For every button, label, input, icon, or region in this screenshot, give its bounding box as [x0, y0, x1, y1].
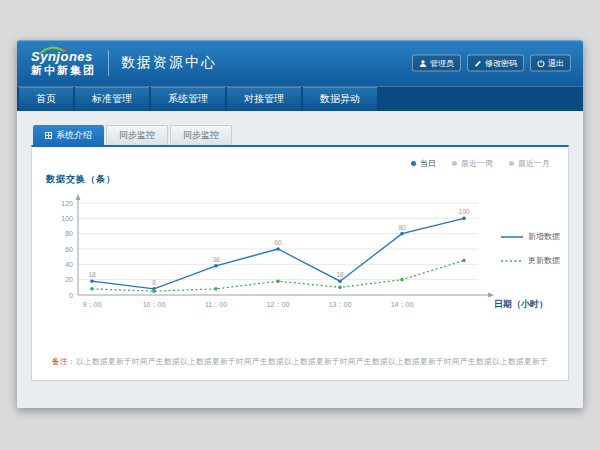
svg-text:80: 80 — [65, 230, 73, 237]
footnote: 备注：以上数据更新于时间产生数据以上数据更新于时间产生数据以上数据更新于时间产生… — [32, 357, 568, 367]
svg-text:10：00: 10：00 — [143, 301, 166, 308]
filter-label: 最近一月 — [518, 158, 550, 169]
header-divider — [108, 50, 109, 76]
line-chart: 0204060801001209：0010：0011：0012：0013：001… — [38, 191, 508, 331]
line-sample-icon — [501, 258, 523, 264]
svg-text:18: 18 — [88, 271, 96, 278]
nav-item-system-mgmt[interactable]: 系统管理 — [151, 87, 225, 111]
page-title: 数据资源中心 — [121, 54, 217, 72]
main-nav: 首页 标准管理 系统管理 对接管理 数据异动 — [17, 86, 583, 111]
edit-password-icon — [474, 59, 482, 67]
nav-item-home[interactable]: 首页 — [19, 87, 73, 111]
svg-text:9：00: 9：00 — [83, 301, 102, 308]
admin-user-button[interactable]: 管理员 — [412, 55, 461, 72]
svg-text:100: 100 — [61, 215, 73, 222]
chart-panel: 当日 最近一周 最近一月 数据交换（条） 0204060801001209：00… — [31, 145, 569, 381]
tab-bar: 系统介绍 同步监控 同步监控 — [33, 125, 569, 145]
grid-icon — [45, 132, 52, 139]
user-icon — [419, 59, 427, 67]
svg-text:20: 20 — [65, 276, 73, 283]
svg-text:13：00: 13：00 — [329, 301, 352, 308]
filter-last-month[interactable]: 最近一月 — [509, 158, 550, 169]
legend-dot — [411, 161, 416, 166]
tab-system-intro[interactable]: 系统介绍 — [33, 125, 104, 145]
svg-text:60: 60 — [274, 239, 282, 246]
svg-text:60: 60 — [65, 246, 73, 253]
svg-text:100: 100 — [459, 208, 470, 215]
x-axis-title: 日期（小时） — [494, 298, 548, 311]
change-password-button[interactable]: 修改密码 — [467, 55, 524, 72]
series-legend: 新增数据 更新数据 — [501, 231, 560, 266]
legend-dot — [509, 161, 514, 166]
content-area: 系统介绍 同步监控 同步监控 当日 最近一周 — [17, 111, 583, 408]
change-password-label: 修改密码 — [485, 58, 517, 69]
legend-new-data[interactable]: 新增数据 — [501, 231, 560, 242]
tab-sync-monitor-2[interactable]: 同步监控 — [170, 125, 232, 145]
svg-text:14：00: 14：00 — [391, 301, 414, 308]
tab-label: 系统介绍 — [56, 129, 92, 142]
svg-text:40: 40 — [65, 261, 73, 268]
nav-item-standard-mgmt[interactable]: 标准管理 — [75, 87, 149, 111]
brand-logo: Synjones 新中新集团 — [31, 50, 96, 76]
svg-text:120: 120 — [61, 200, 73, 207]
logo-subtext: 新中新集团 — [31, 64, 96, 76]
svg-text:38: 38 — [212, 256, 220, 263]
y-axis-title: 数据交换（条） — [46, 173, 116, 186]
filter-label: 最近一周 — [461, 158, 493, 169]
app-window: Synjones 新中新集团 数据资源中心 管理员 修改密码 — [17, 40, 583, 408]
filter-today[interactable]: 当日 — [411, 158, 436, 169]
line-sample-icon — [501, 234, 523, 240]
filter-last-week[interactable]: 最近一周 — [452, 158, 493, 169]
svg-text:12：00: 12：00 — [267, 301, 290, 308]
tab-label: 同步监控 — [119, 129, 155, 142]
nav-item-connect-mgmt[interactable]: 对接管理 — [227, 87, 301, 111]
footnote-text: 以上数据更新于时间产生数据以上数据更新于时间产生数据以上数据更新于时间产生数据以… — [76, 357, 548, 366]
tab-sync-monitor-1[interactable]: 同步监控 — [106, 125, 168, 145]
logo-swoosh-icon — [38, 46, 68, 55]
header-actions: 管理员 修改密码 退出 — [412, 55, 571, 72]
admin-user-label: 管理员 — [430, 58, 454, 69]
logout-label: 退出 — [548, 58, 564, 69]
tab-label: 同步监控 — [183, 129, 219, 142]
svg-text:18: 18 — [336, 271, 344, 278]
app-header: Synjones 新中新集团 数据资源中心 管理员 修改密码 — [17, 40, 583, 86]
logout-icon — [537, 59, 545, 67]
logout-button[interactable]: 退出 — [530, 55, 571, 72]
nav-item-data-change[interactable]: 数据异动 — [303, 87, 377, 111]
time-filter-legend: 当日 最近一周 最近一月 — [411, 158, 550, 169]
footnote-prefix: 备注： — [52, 357, 76, 366]
legend-dot — [452, 161, 457, 166]
series-label: 新增数据 — [528, 231, 560, 242]
svg-text:80: 80 — [398, 224, 406, 231]
svg-text:8: 8 — [152, 279, 156, 286]
svg-text:0: 0 — [69, 292, 73, 299]
filter-label: 当日 — [420, 158, 436, 169]
svg-text:11：00: 11：00 — [205, 301, 227, 308]
legend-update-data[interactable]: 更新数据 — [501, 255, 560, 266]
series-label: 更新数据 — [528, 255, 560, 266]
